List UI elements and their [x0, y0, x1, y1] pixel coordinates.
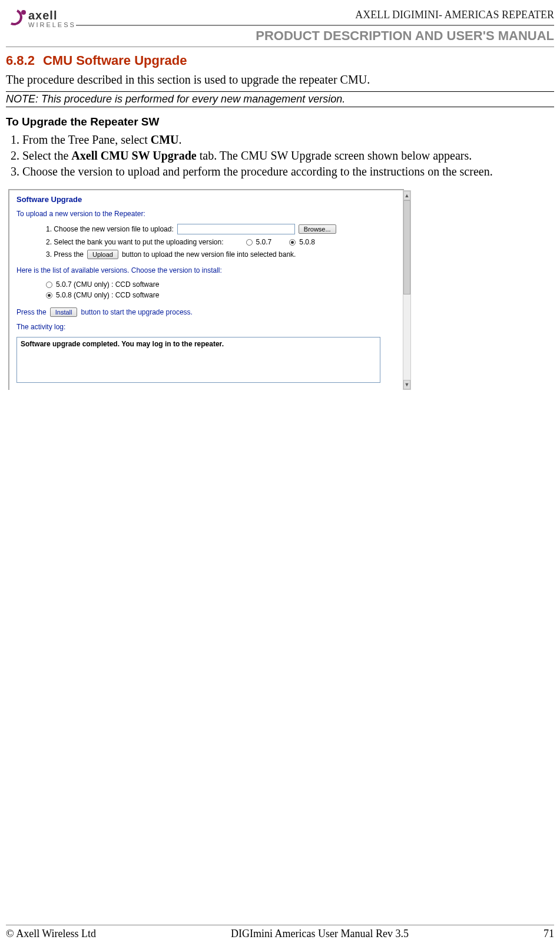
version-item: 5.0.7 (CMU only) : CCD software [46, 280, 397, 289]
page-header: axell WIRELESS AXELL DIGIMINI- AMERICAS … [6, 9, 554, 47]
scrollbar[interactable]: ▲ ▼ [403, 190, 411, 390]
scr-step3: 3. Press the Upload button to upload the… [16, 250, 397, 259]
scr-title: Software Upgrade [16, 195, 397, 204]
page-footer: © Axell Wireless Ltd DIGImini Americas U… [6, 925, 554, 940]
scr-step1: 1. Choose the new version file to upload… [16, 224, 397, 234]
step-item: Select the Axell CMU SW Upgrade tab. The… [22, 149, 554, 163]
note-block: NOTE: This procedure is performed for ev… [6, 91, 554, 107]
browse-button[interactable]: Browse... [299, 224, 336, 234]
footer-doc-title: DIGImini Americas User Manual Rev 3.5 [231, 928, 409, 940]
version-list: 5.0.7 (CMU only) : CCD software 5.0.8 (C… [16, 280, 397, 299]
sub-heading: To Upgrade the Repeater SW [6, 115, 554, 128]
scr-step2: 2. Select the bank you want to put the u… [16, 238, 397, 246]
step-item: From the Tree Pane, select CMU. [22, 133, 554, 147]
doc-subtitle: PRODUCT DESCRIPTION AND USER'S MANUAL [76, 25, 554, 44]
logo-brand: axell [28, 9, 76, 21]
activity-log-box[interactable]: Software upgrade completed. You may log … [16, 337, 380, 383]
activity-log-label: The activity log: [16, 323, 397, 331]
section-intro: The procedure described in this section … [6, 73, 554, 87]
embedded-screenshot: Software Upgrade To upload a new version… [8, 189, 404, 390]
scr-available-heading: Here is the list of available versions. … [16, 266, 397, 274]
bank-radio-507[interactable] [246, 239, 253, 246]
step-item: Choose the version to upload and perform… [22, 165, 554, 178]
section-number: 6.8.2 [6, 53, 35, 68]
logo-mark-icon [6, 9, 26, 29]
doc-title: AXELL DIGIMINI- AMERICAS REPEATER [76, 9, 554, 21]
steps-list: From the Tree Pane, select CMU. Select t… [6, 133, 554, 178]
footer-copyright: © Axell Wireless Ltd [6, 928, 96, 940]
scroll-down-icon[interactable]: ▼ [403, 380, 410, 389]
scr-install-line: Press the Install button to start the up… [16, 307, 397, 317]
section-heading: 6.8.2CMU Software Upgrade [6, 53, 554, 68]
scr-intro: To upload a new version to the Repeater: [16, 210, 397, 218]
version-radio-507[interactable] [46, 282, 52, 288]
footer-page-number: 71 [544, 928, 554, 940]
logo-subtext: WIRELESS [28, 21, 76, 28]
version-item: 5.0.8 (CMU only) : CCD software [46, 291, 397, 299]
activity-log-text: Software upgrade completed. You may log … [21, 340, 224, 348]
scroll-thumb[interactable] [403, 200, 410, 295]
scroll-up-icon[interactable]: ▲ [403, 191, 410, 200]
file-path-input[interactable] [177, 224, 295, 234]
bank-radio-508[interactable] [289, 239, 296, 246]
version-radio-508[interactable] [46, 292, 52, 299]
section-title: CMU Software Upgrade [43, 53, 187, 68]
install-button[interactable]: Install [50, 307, 78, 317]
upload-button[interactable]: Upload [87, 250, 118, 259]
logo: axell WIRELESS [6, 9, 76, 29]
